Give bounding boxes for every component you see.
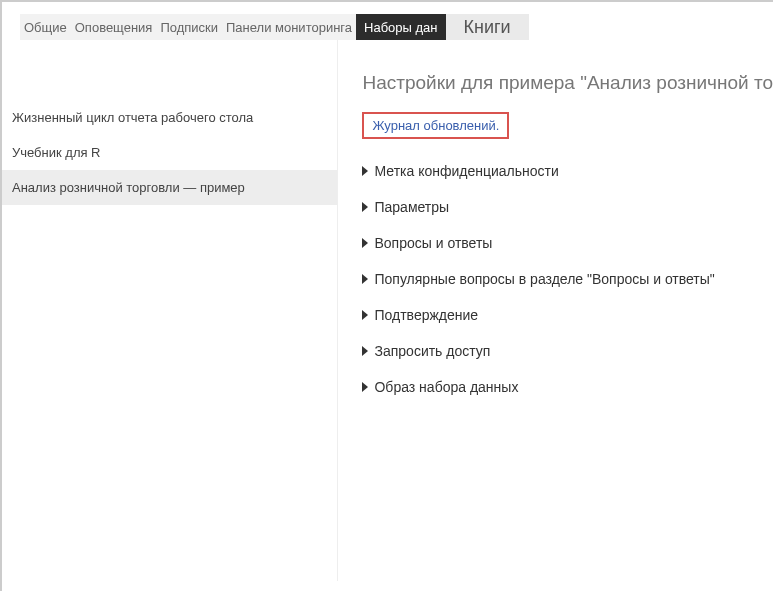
section-label: Образ набора данных — [374, 379, 518, 395]
sidebar-item-r-tutorial[interactable]: Учебник для R — [2, 135, 337, 170]
caret-right-icon — [362, 382, 368, 392]
caret-right-icon — [362, 202, 368, 212]
section-label: Параметры — [374, 199, 449, 215]
tab-alerts[interactable]: Оповещения — [71, 14, 157, 40]
tab-books[interactable]: Книги — [446, 14, 529, 40]
section-label: Популярные вопросы в разделе "Вопросы и … — [374, 271, 714, 287]
page-title: Настройки для примера "Анализ розничной … — [362, 72, 773, 94]
sidebar-item-retail-analysis[interactable]: Анализ розничной торговли — пример — [2, 170, 337, 205]
section-label: Подтверждение — [374, 307, 478, 323]
section-qna[interactable]: Вопросы и ответы — [362, 225, 773, 261]
tab-general[interactable]: Общие — [20, 14, 71, 40]
section-endorsement[interactable]: Подтверждение — [362, 297, 773, 333]
section-dataset-image[interactable]: Образ набора данных — [362, 369, 773, 405]
caret-right-icon — [362, 238, 368, 248]
main-panel: Настройки для примера "Анализ розничной … — [338, 40, 773, 581]
top-tabs: Общие Оповещения Подписки Панели монитор… — [2, 2, 773, 40]
sidebar-item-lifecycle[interactable]: Жизненный цикл отчета рабочего стола — [2, 100, 337, 135]
section-label: Запросить доступ — [374, 343, 490, 359]
section-label: Метка конфиденциальности — [374, 163, 558, 179]
caret-right-icon — [362, 274, 368, 284]
section-sensitivity-label[interactable]: Метка конфиденциальности — [362, 153, 773, 189]
section-request-access[interactable]: Запросить доступ — [362, 333, 773, 369]
refresh-history-link[interactable]: Журнал обновлений. — [362, 112, 509, 139]
section-featured-qna[interactable]: Популярные вопросы в разделе "Вопросы и … — [362, 261, 773, 297]
settings-accordion: Метка конфиденциальности Параметры Вопро… — [362, 153, 773, 405]
section-label: Вопросы и ответы — [374, 235, 492, 251]
tab-datasets[interactable]: Наборы дан — [356, 14, 445, 40]
caret-right-icon — [362, 166, 368, 176]
caret-right-icon — [362, 346, 368, 356]
caret-right-icon — [362, 310, 368, 320]
tab-subscriptions[interactable]: Подписки — [156, 14, 222, 40]
section-parameters[interactable]: Параметры — [362, 189, 773, 225]
tab-dashboards[interactable]: Панели мониторинга — [222, 14, 356, 40]
sidebar: Жизненный цикл отчета рабочего стола Уче… — [2, 40, 338, 581]
